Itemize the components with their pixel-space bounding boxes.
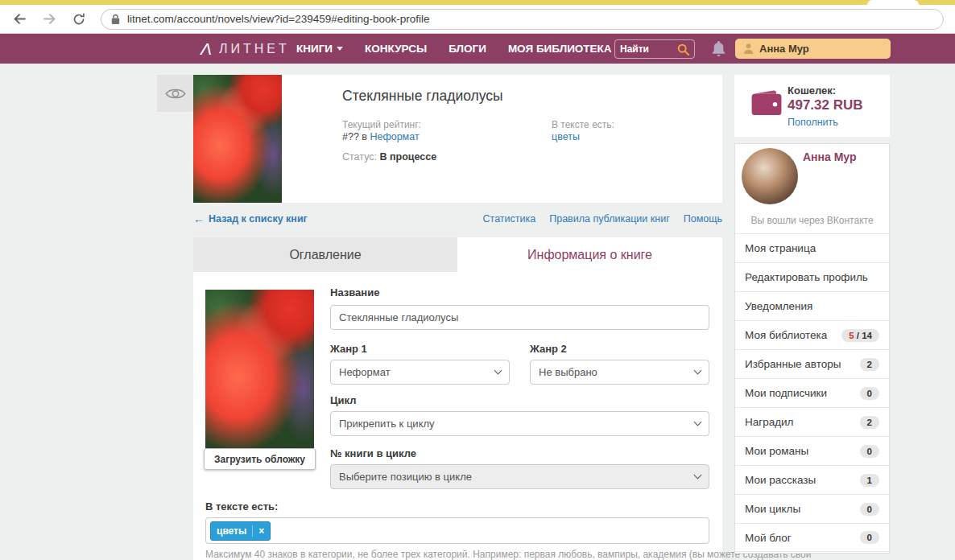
- left-arrow-icon: ←: [193, 212, 205, 225]
- tag-chip: цветы ×: [210, 521, 271, 541]
- sidebar-item-label: Мои подписчики: [745, 387, 827, 399]
- sidebar-item-my-blog[interactable]: Мой блог0: [735, 523, 889, 552]
- sidebar-item-badge: 0: [860, 503, 879, 516]
- back-to-books-link[interactable]: ← Назад к списку книг: [193, 212, 308, 225]
- book-title: Стеклянные гладиолусы: [342, 88, 503, 105]
- sidebar-item-badge: 1: [860, 474, 879, 487]
- sidebar-item-badge: 2: [860, 416, 879, 429]
- genre1-label: Жанр 1: [330, 343, 367, 355]
- user-icon: [743, 43, 754, 54]
- nav-menu: КНИГИКОНКУРСЫБЛОГИМОЯ БИБЛИОТЕКА: [296, 34, 612, 64]
- site-logo[interactable]: Λ ЛИТНЕТ: [201, 34, 290, 64]
- sidebar-item-edit-profile[interactable]: Редактировать профиль: [735, 262, 889, 291]
- url-bar[interactable]: litnet.com/account/novels/view?id=239459…: [101, 9, 944, 30]
- nav-item-books[interactable]: КНИГИ: [296, 43, 343, 55]
- chevron-down-icon: [494, 367, 502, 375]
- notifications-bell-icon[interactable]: [712, 41, 726, 60]
- help-link[interactable]: Помощь: [684, 213, 722, 224]
- sidebar-item-badge: 0: [860, 531, 879, 544]
- tab-table-of-contents[interactable]: Оглавление: [193, 237, 457, 272]
- sidebar-item-label: Мои циклы: [745, 503, 800, 515]
- back-link-label: Назад к списку книг: [209, 213, 308, 224]
- search-input[interactable]: Найти: [614, 39, 695, 59]
- profile-card: Анна Мур Вы вошли через ВКонтакте Моя ст…: [734, 143, 890, 554]
- eye-icon: [165, 87, 186, 101]
- chevron-down-icon: [337, 47, 343, 51]
- rating-value: #?? в Неформат: [342, 131, 420, 142]
- sidebar-item-badge: 0: [860, 445, 879, 458]
- nav-item-label: МОЯ БИБЛИОТЕКА: [508, 43, 612, 55]
- url-text: litnet.com/account/novels/view?id=239459…: [127, 13, 430, 25]
- tag-remove-icon[interactable]: ×: [252, 525, 264, 537]
- wallet-topup-link[interactable]: Пополнить: [788, 117, 838, 128]
- genre2-select[interactable]: Не выбрано: [530, 360, 709, 385]
- sidebar-item-my-library[interactable]: Моя библиотека5 / 14: [735, 320, 889, 349]
- cycle-number-select: Выберите позицию в цикле: [330, 464, 709, 489]
- statistics-link[interactable]: Статистика: [483, 213, 536, 224]
- help-links: Статистика Правила публикации книг Помощ…: [483, 213, 722, 224]
- sidebar-item-favorite-authors[interactable]: Избранные авторы2: [735, 349, 889, 378]
- chevron-down-icon: [694, 367, 702, 375]
- book-info-form: Загрузить обложку Название Жанр 1 Неформ…: [193, 272, 722, 560]
- genre2-label: Жанр 2: [530, 343, 567, 355]
- cover-preview-image: [205, 290, 314, 448]
- preview-book-button[interactable]: [157, 75, 194, 112]
- book-header-card: Стеклянные гладиолусы Текущий рейтинг: #…: [193, 75, 722, 203]
- user-menu-button[interactable]: Анна Мур: [735, 39, 891, 59]
- avatar[interactable]: [742, 148, 798, 204]
- sidebar-item-label: Уведомления: [745, 300, 812, 312]
- sidebar-item-my-novels[interactable]: Мои романы0: [735, 436, 889, 465]
- nav-item-my-library[interactable]: МОЯ БИБЛИОТЕКА: [508, 43, 612, 55]
- search-icon[interactable]: [677, 43, 689, 56]
- wallet-label: Кошелек:: [788, 84, 836, 97]
- sidebar-item-badge: 0: [860, 387, 879, 400]
- litnet-logo-icon: Λ: [201, 39, 212, 59]
- links-row: ← Назад к списку книг Статистика Правила…: [193, 212, 722, 225]
- sidebar-item-label: Моя библиотека: [745, 329, 827, 341]
- nav-item-contests[interactable]: КОНКУРСЫ: [365, 43, 427, 55]
- wallet-amount: 497.32 RUB: [788, 97, 863, 113]
- search-placeholder: Найти: [620, 43, 677, 55]
- wallet-card: Кошелек: 497.32 RUB Пополнить: [734, 75, 890, 137]
- cycle-select[interactable]: Прикрепить к циклу: [330, 411, 709, 436]
- nav-item-blogs[interactable]: БЛОГИ: [449, 43, 486, 55]
- rating-genre-link[interactable]: Неформат: [370, 131, 419, 142]
- genre1-select[interactable]: Неформат: [330, 360, 510, 385]
- genre2-value: Не выбрано: [539, 366, 597, 378]
- sidebar-item-my-subscribers[interactable]: Мои подписчики0: [735, 378, 889, 407]
- forward-icon[interactable]: [41, 11, 57, 27]
- status-line: Статус: В процессе: [342, 151, 436, 163]
- reload-icon[interactable]: [71, 11, 87, 27]
- chevron-down-icon: [694, 471, 702, 480]
- profile-menu: Моя страницаРедактировать профильУведомл…: [735, 233, 889, 552]
- sidebar-item-badge: 5 / 14: [841, 329, 879, 342]
- back-icon[interactable]: [11, 11, 27, 27]
- sidebar-item-rewarded[interactable]: Наградил2: [735, 407, 889, 436]
- sidebar-item-label: Наградил: [745, 416, 794, 428]
- tags-input[interactable]: цветы ×: [205, 517, 709, 544]
- publication-rules-link[interactable]: Правила публикации книг: [549, 213, 669, 224]
- rating-prefix: #?? в: [342, 131, 370, 142]
- app: litnet.com/account/novels/view?id=239459…: [0, 0, 955, 560]
- profile-name-link[interactable]: Анна Мур: [803, 150, 857, 163]
- text-has-label: В тексте есть:: [552, 119, 614, 130]
- rating-label: Текущий рейтинг:: [342, 119, 421, 130]
- book-cover-image[interactable]: [193, 75, 282, 203]
- sidebar-item-my-page[interactable]: Моя страница: [735, 233, 889, 262]
- lock-icon: [111, 14, 120, 25]
- sidebar-item-notifications[interactable]: Уведомления: [735, 291, 889, 320]
- tab-book-info[interactable]: Информация о книге: [457, 237, 722, 272]
- nav-item-label: КНИГИ: [296, 43, 333, 55]
- book-name-input[interactable]: [330, 305, 709, 330]
- sidebar-item-my-stories[interactable]: Мои рассказы1: [735, 465, 889, 494]
- chevron-down-icon: [694, 418, 702, 426]
- sidebar-item-label: Мои романы: [745, 445, 808, 457]
- main-navbar: Λ ЛИТНЕТ КНИГИКОНКУРСЫБЛОГИМОЯ БИБЛИОТЕК…: [0, 34, 955, 64]
- upload-cover-button[interactable]: Загрузить обложку: [204, 448, 316, 470]
- tag-chip-label: цветы: [217, 525, 246, 537]
- sidebar-item-label: Мой блог: [745, 532, 792, 544]
- genre1-value: Неформат: [339, 366, 391, 378]
- text-has-tag-link[interactable]: цветы: [552, 131, 580, 142]
- sidebar-item-label: Моя страница: [745, 242, 816, 254]
- sidebar-item-my-cycles[interactable]: Мои циклы0: [735, 494, 889, 523]
